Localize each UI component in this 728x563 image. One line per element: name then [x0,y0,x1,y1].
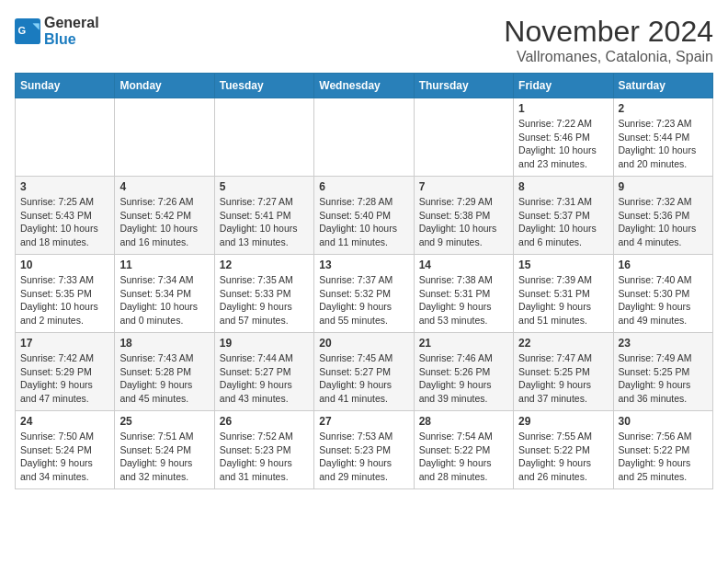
day-number: 25 [119,415,209,428]
day-info: Sunrise: 7:43 AMSunset: 5:28 PMDaylight:… [119,351,209,406]
day-number: 13 [319,259,408,271]
calendar-cell: 11Sunrise: 7:34 AMSunset: 5:34 PMDayligh… [115,255,214,333]
calendar-cell: 25Sunrise: 7:51 AMSunset: 5:24 PMDayligh… [115,411,214,489]
calendar-cell: 29Sunrise: 7:55 AMSunset: 5:22 PMDayligh… [514,411,613,489]
calendar-cell: 14Sunrise: 7:38 AMSunset: 5:31 PMDayligh… [414,255,513,333]
day-number: 7 [419,180,508,193]
day-info: Sunrise: 7:35 AMSunset: 5:33 PMDaylight:… [220,273,309,327]
weekday-header-saturday: Saturday [613,74,712,98]
calendar-cell [214,98,313,177]
month-title: November 2024 [504,15,713,49]
day-info: Sunrise: 7:31 AMSunset: 5:37 PMDaylight:… [518,195,608,249]
day-number: 17 [20,337,109,350]
calendar-cell: 23Sunrise: 7:49 AMSunset: 5:25 PMDayligh… [613,333,712,411]
day-number: 15 [518,259,608,271]
calendar-table: SundayMondayTuesdayWednesdayThursdayFrid… [15,73,713,489]
calendar-cell: 30Sunrise: 7:56 AMSunset: 5:22 PMDayligh… [613,411,712,489]
logo-text: General Blue [44,15,99,48]
week-row-5: 24Sunrise: 7:50 AMSunset: 5:24 PMDayligh… [16,411,713,489]
day-info: Sunrise: 7:45 AMSunset: 5:27 PMDaylight:… [319,351,408,406]
calendar-cell [314,98,414,177]
day-info: Sunrise: 7:29 AMSunset: 5:38 PMDaylight:… [419,195,508,249]
week-row-3: 10Sunrise: 7:33 AMSunset: 5:35 PMDayligh… [16,255,713,333]
day-info: Sunrise: 7:26 AMSunset: 5:42 PMDaylight:… [119,195,209,249]
location-title: Vallromanes, Catalonia, Spain [504,49,713,65]
day-number: 12 [220,259,309,271]
calendar-cell: 5Sunrise: 7:27 AMSunset: 5:41 PMDaylight… [214,177,313,255]
day-info: Sunrise: 7:34 AMSunset: 5:34 PMDaylight:… [119,273,209,327]
calendar-cell: 22Sunrise: 7:47 AMSunset: 5:25 PMDayligh… [514,333,613,411]
week-row-4: 17Sunrise: 7:42 AMSunset: 5:29 PMDayligh… [16,333,713,411]
day-info: Sunrise: 7:53 AMSunset: 5:23 PMDaylight:… [319,430,408,484]
calendar-cell: 15Sunrise: 7:39 AMSunset: 5:31 PMDayligh… [514,255,613,333]
day-number: 10 [20,259,109,271]
day-number: 8 [518,180,608,193]
logo-icon: G [15,18,40,44]
calendar-cell: 4Sunrise: 7:26 AMSunset: 5:42 PMDaylight… [115,177,214,255]
calendar-cell: 10Sunrise: 7:33 AMSunset: 5:35 PMDayligh… [16,255,115,333]
calendar-cell: 18Sunrise: 7:43 AMSunset: 5:28 PMDayligh… [115,333,214,411]
day-number: 30 [619,415,708,428]
weekday-header-tuesday: Tuesday [214,74,313,98]
calendar-cell: 3Sunrise: 7:25 AMSunset: 5:43 PMDaylight… [16,177,115,255]
weekday-header-friday: Friday [514,74,613,98]
day-number: 19 [220,337,309,350]
day-info: Sunrise: 7:39 AMSunset: 5:31 PMDaylight:… [518,273,608,327]
weekday-header-monday: Monday [115,74,214,98]
week-row-2: 3Sunrise: 7:25 AMSunset: 5:43 PMDaylight… [16,177,713,255]
day-number: 16 [619,259,708,271]
day-info: Sunrise: 7:44 AMSunset: 5:27 PMDaylight:… [220,351,309,406]
day-info: Sunrise: 7:28 AMSunset: 5:40 PMDaylight:… [319,195,408,249]
calendar-cell: 26Sunrise: 7:52 AMSunset: 5:23 PMDayligh… [214,411,313,489]
day-info: Sunrise: 7:52 AMSunset: 5:23 PMDaylight:… [220,430,309,484]
calendar-cell: 27Sunrise: 7:53 AMSunset: 5:23 PMDayligh… [314,411,414,489]
calendar-cell: 24Sunrise: 7:50 AMSunset: 5:24 PMDayligh… [16,411,115,489]
logo: G General Blue [15,15,99,48]
day-number: 29 [518,415,608,428]
day-number: 2 [619,102,708,115]
day-number: 21 [419,337,508,350]
calendar-cell: 9Sunrise: 7:32 AMSunset: 5:36 PMDaylight… [613,177,712,255]
weekday-header-sunday: Sunday [16,74,115,98]
week-row-1: 1Sunrise: 7:22 AMSunset: 5:46 PMDaylight… [16,98,713,177]
day-number: 23 [619,337,708,350]
day-info: Sunrise: 7:32 AMSunset: 5:36 PMDaylight:… [619,195,708,249]
day-info: Sunrise: 7:23 AMSunset: 5:44 PMDaylight:… [619,117,708,171]
day-info: Sunrise: 7:25 AMSunset: 5:43 PMDaylight:… [20,195,109,249]
weekday-header-row: SundayMondayTuesdayWednesdayThursdayFrid… [16,74,713,98]
day-number: 14 [419,259,508,271]
svg-text:G: G [18,25,27,36]
day-number: 24 [20,415,109,428]
day-number: 28 [419,415,508,428]
calendar-cell: 20Sunrise: 7:45 AMSunset: 5:27 PMDayligh… [314,333,414,411]
day-info: Sunrise: 7:38 AMSunset: 5:31 PMDaylight:… [419,273,508,327]
day-info: Sunrise: 7:40 AMSunset: 5:30 PMDaylight:… [619,273,708,327]
calendar-cell: 2Sunrise: 7:23 AMSunset: 5:44 PMDaylight… [613,98,712,177]
weekday-header-wednesday: Wednesday [314,74,414,98]
title-area: November 2024 Vallromanes, Catalonia, Sp… [504,15,713,65]
day-number: 5 [220,180,309,193]
day-info: Sunrise: 7:50 AMSunset: 5:24 PMDaylight:… [20,430,109,484]
day-number: 4 [119,180,209,193]
calendar-cell: 19Sunrise: 7:44 AMSunset: 5:27 PMDayligh… [214,333,313,411]
day-number: 18 [119,337,209,350]
day-info: Sunrise: 7:49 AMSunset: 5:25 PMDaylight:… [619,351,708,406]
calendar-cell [414,98,513,177]
day-info: Sunrise: 7:42 AMSunset: 5:29 PMDaylight:… [20,351,109,406]
day-number: 1 [518,102,608,115]
day-info: Sunrise: 7:46 AMSunset: 5:26 PMDaylight:… [419,351,508,406]
calendar-cell: 6Sunrise: 7:28 AMSunset: 5:40 PMDaylight… [314,177,414,255]
day-info: Sunrise: 7:27 AMSunset: 5:41 PMDaylight:… [220,195,309,249]
day-number: 9 [619,180,708,193]
day-info: Sunrise: 7:54 AMSunset: 5:22 PMDaylight:… [419,430,508,484]
day-info: Sunrise: 7:47 AMSunset: 5:25 PMDaylight:… [518,351,608,406]
day-info: Sunrise: 7:55 AMSunset: 5:22 PMDaylight:… [518,430,608,484]
calendar-cell [115,98,214,177]
calendar-cell: 16Sunrise: 7:40 AMSunset: 5:30 PMDayligh… [613,255,712,333]
calendar-cell: 8Sunrise: 7:31 AMSunset: 5:37 PMDaylight… [514,177,613,255]
day-number: 6 [319,180,408,193]
day-number: 3 [20,180,109,193]
calendar-cell: 21Sunrise: 7:46 AMSunset: 5:26 PMDayligh… [414,333,513,411]
day-info: Sunrise: 7:51 AMSunset: 5:24 PMDaylight:… [119,430,209,484]
calendar-cell: 28Sunrise: 7:54 AMSunset: 5:22 PMDayligh… [414,411,513,489]
